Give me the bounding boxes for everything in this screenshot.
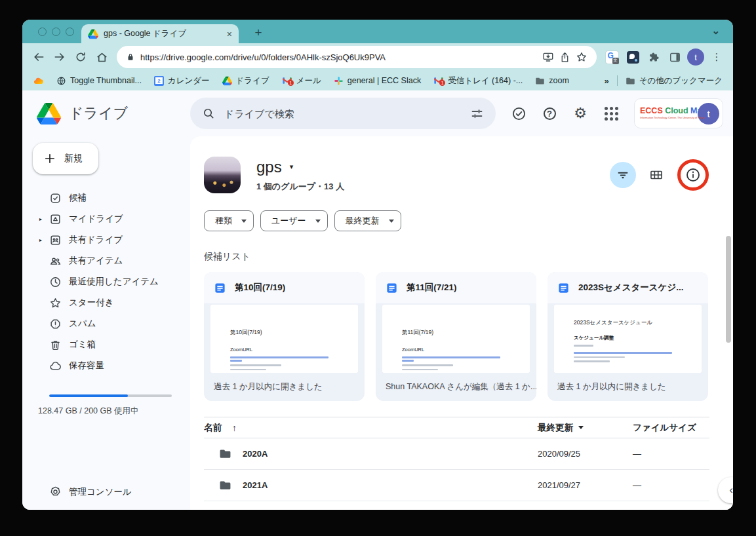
bookmark-mail[interactable]: 1メール xyxy=(282,75,321,86)
tab-search-chevron-icon[interactable]: ⌄ xyxy=(711,25,720,37)
bookmark-inbox[interactable]: 1受信トレイ (164) -... xyxy=(433,75,523,86)
text-line xyxy=(230,364,281,366)
reload-button[interactable] xyxy=(71,47,90,67)
sidebar-item-storage[interactable]: 保存容量 xyxy=(22,355,190,376)
modified-date: 2021/09/27 xyxy=(538,480,633,490)
install-app-icon[interactable] xyxy=(542,51,554,63)
sidebar-item-starred[interactable]: スター付き xyxy=(22,292,190,313)
other-bookmarks[interactable]: その他のブックマーク xyxy=(626,75,723,86)
table-row[interactable]: 2021A 2021/09/27 — xyxy=(204,470,709,501)
column-header-size[interactable]: ファイルサイズ xyxy=(633,422,709,434)
side-panel-icon[interactable] xyxy=(665,47,685,67)
bookmark-slack[interactable]: general | ECC Slack xyxy=(334,76,421,86)
folder-icon xyxy=(535,76,545,86)
drive-logo[interactable]: ドライブ xyxy=(37,103,190,124)
dropdown-arrow-icon[interactable] xyxy=(578,426,584,429)
new-button[interactable]: 新規 xyxy=(33,143,98,174)
new-tab-button[interactable]: + xyxy=(250,26,266,40)
filter-chip-people[interactable]: ユーザー xyxy=(260,210,328,231)
bookmark-zoom-folder[interactable]: zoom xyxy=(535,76,569,86)
tab-strip: gps - Google ドライブ × + ⌄ xyxy=(22,20,733,43)
funnel-icon xyxy=(616,168,630,182)
drive-header: ドライブ ? ⚙ ECCS Cloud Mail Information Tec… xyxy=(22,90,733,136)
bookmark-drive[interactable]: ドライブ xyxy=(222,75,269,86)
bookmark-star-icon[interactable] xyxy=(576,51,587,63)
account-tagline: Information Technology Center, The Unive… xyxy=(640,116,693,119)
sidebar-item-trash[interactable]: ゴミ箱 xyxy=(22,334,190,355)
grid-view-button[interactable] xyxy=(645,164,667,186)
google-docs-icon xyxy=(386,282,398,294)
home-button[interactable] xyxy=(92,47,111,67)
table-row[interactable]: 2020A 2020/09/25 — xyxy=(204,438,709,470)
recent-icon xyxy=(49,276,62,288)
card-footer: Shun TAKAOKA さんが編集（過去 1 か... xyxy=(376,373,536,401)
starred-icon xyxy=(49,297,62,309)
zoom-window-button[interactable] xyxy=(66,28,74,36)
account-badge[interactable]: ECCS Cloud Mail Information Technology C… xyxy=(634,98,723,128)
sidebar-item-shared-drives[interactable]: ▸共有ドライブ xyxy=(22,229,190,250)
file-name[interactable]: 2020A xyxy=(243,449,268,459)
bookmark-toggle-thumbnail[interactable]: Toggle Thumbnail... xyxy=(56,76,142,86)
section-title: 候補リスト xyxy=(204,251,709,263)
link-line xyxy=(230,356,328,358)
table-header: 名前↑ 最終更新 ファイルサイズ xyxy=(204,417,709,438)
filter-chip-type[interactable]: 種類 xyxy=(204,210,254,231)
forward-button[interactable] xyxy=(50,47,70,67)
column-header-name[interactable]: 名前 xyxy=(204,422,222,434)
filter-chip-modified[interactable]: 最終更新 xyxy=(334,210,401,231)
suggested-file-card[interactable]: 2023Sセメスタースケジ... 2023Sセメスタースケジュール スケジュール… xyxy=(547,272,708,401)
close-window-button[interactable] xyxy=(38,28,47,36)
help-icon[interactable]: ? xyxy=(542,105,557,121)
sidebar-item-my-drive[interactable]: ▸マイドライブ xyxy=(22,208,190,229)
scrollbar-thumb[interactable] xyxy=(726,236,731,343)
url-bar[interactable] xyxy=(117,46,597,68)
sidebar-item-recent[interactable]: 最近使用したアイテム xyxy=(22,271,190,292)
back-button[interactable] xyxy=(29,47,49,67)
translate-extension-icon[interactable]: G文 xyxy=(602,47,622,67)
sort-ascending-icon[interactable]: ↑ xyxy=(232,423,237,433)
plus-icon xyxy=(43,152,56,165)
shared-items-icon xyxy=(49,255,62,267)
extension-icon[interactable] xyxy=(623,47,643,67)
settings-gear-icon[interactable]: ⚙ xyxy=(572,105,588,121)
browser-menu-icon[interactable]: ⋮ xyxy=(707,47,726,67)
suggested-file-card[interactable]: 第10回(7/19) 第10回(7/19) ZoomURL 過去 1 か月以内に… xyxy=(204,272,365,401)
text-line xyxy=(402,364,453,366)
storage-bar-track xyxy=(49,394,172,397)
drive-favicon xyxy=(88,29,98,39)
folder-icon xyxy=(219,448,231,460)
bookmark-calendar[interactable]: 2カレンダー xyxy=(154,75,210,86)
sidebar-item-suggested[interactable]: 候補 xyxy=(22,187,190,208)
drive-search-bar[interactable] xyxy=(190,98,496,129)
column-header-modified[interactable]: 最終更新 xyxy=(538,422,573,434)
filter-button[interactable] xyxy=(610,162,636,188)
extensions-puzzle-icon[interactable] xyxy=(644,47,664,67)
expander-icon[interactable]: ▸ xyxy=(39,237,42,243)
browser-tab[interactable]: gps - Google ドライブ × xyxy=(81,24,239,43)
bookmarks-overflow-icon[interactable]: » xyxy=(604,76,608,86)
sidebar-item-shared-with-me[interactable]: 共有アイテム xyxy=(22,250,190,271)
expander-icon[interactable]: ▸ xyxy=(39,216,42,222)
minimize-window-button[interactable] xyxy=(52,28,60,36)
file-table: 名前↑ 最終更新 ファイルサイズ 2020A 2020/09/25 — 2021… xyxy=(204,417,709,501)
bookmark-cloud[interactable] xyxy=(33,75,44,86)
search-input[interactable] xyxy=(224,108,461,119)
google-docs-icon xyxy=(557,282,570,294)
details-button[interactable] xyxy=(677,159,709,191)
search-options-icon[interactable] xyxy=(470,107,484,121)
account-avatar[interactable]: t xyxy=(698,103,719,124)
sidebar-item-spam[interactable]: スパム xyxy=(22,313,190,334)
browser-profile-avatar[interactable]: t xyxy=(686,47,706,67)
tab-close-icon[interactable]: × xyxy=(227,29,232,39)
google-apps-icon[interactable] xyxy=(603,105,619,121)
offline-status-icon[interactable] xyxy=(511,105,527,121)
share-icon[interactable] xyxy=(559,52,570,63)
calendar-icon: 2 xyxy=(154,76,164,86)
file-name[interactable]: 2021A xyxy=(243,480,268,490)
file-preview: 2023Sセメスタースケジュール スケジュール調整 xyxy=(554,305,702,373)
browser-toolbar: G文 t ⋮ xyxy=(22,43,733,71)
admin-console-link[interactable]: 管理コンソール xyxy=(49,486,132,498)
url-input[interactable] xyxy=(140,52,537,62)
title-caret-icon[interactable]: ▾ xyxy=(290,163,294,171)
suggested-file-card[interactable]: 第11回(7/21) 第11回(7/19) ZoomURL Shun TAKAO… xyxy=(376,272,536,401)
